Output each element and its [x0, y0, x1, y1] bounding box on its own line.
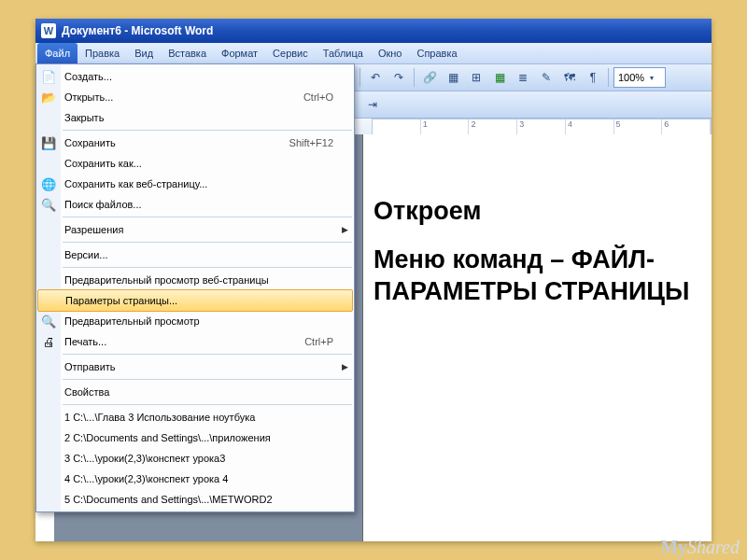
menu-separator	[63, 404, 352, 405]
separator	[414, 68, 415, 87]
mi-save[interactable]: 💾СохранитьShift+F12	[36, 133, 354, 153]
mi-recent-2[interactable]: 2 C:\Documents and Settings\...\приложен…	[36, 427, 354, 448]
menu-help[interactable]: Справка	[409, 43, 464, 63]
mi-label: 5 C:\Documents and Settings\...\METWORD2	[64, 494, 273, 505]
mi-label: Предварительный просмотр веб-страницы	[64, 274, 269, 286]
excel-icon[interactable]: ▦	[489, 67, 510, 88]
instruction-callout: Откроем Меню команд – ФАЙЛ- ПАРАМЕТРЫ СТ…	[374, 196, 719, 324]
menu-insert[interactable]: Вставка	[161, 43, 214, 63]
title-bar: W Документ6 - Microsoft Word	[35, 19, 712, 43]
menu-view[interactable]: Вид	[127, 43, 161, 63]
doc-map-icon[interactable]: 🗺	[559, 67, 580, 88]
mi-save-as-web[interactable]: 🌐Сохранить как веб-страницу...	[36, 174, 354, 194]
menu-window[interactable]: Окно	[371, 43, 410, 63]
insert-table-icon[interactable]: ⊞	[466, 67, 486, 88]
mi-label: 1 C:\...\Глава 3 Использование ноутбука	[64, 412, 255, 423]
mi-send[interactable]: Отправить▶	[36, 357, 354, 377]
mi-label: Параметры страницы...	[65, 295, 177, 306]
mi-file-search[interactable]: 🔍Поиск файлов...	[36, 194, 354, 215]
shortcut: Shift+F12	[289, 137, 333, 148]
mi-label: Печать...	[64, 336, 106, 347]
mi-properties[interactable]: Свойства	[36, 382, 354, 402]
tables-borders-icon[interactable]: ▦	[443, 67, 463, 88]
callout-line-2: Меню команд – ФАЙЛ- ПАРАМЕТРЫ СТРАНИЦЫ	[374, 245, 719, 308]
mi-new[interactable]: 📄Создать...	[36, 66, 354, 87]
mi-save-as[interactable]: Сохранить как...	[36, 153, 354, 174]
menu-format[interactable]: Формат	[214, 43, 265, 63]
columns-icon[interactable]: ≣	[513, 67, 533, 88]
mi-label: Свойства	[64, 386, 109, 398]
word-app-icon: W	[41, 23, 56, 38]
menu-separator	[63, 217, 352, 217]
mi-label: 4 C:\...\уроки(2,3)\конспект урока 4	[64, 473, 228, 484]
menu-edit[interactable]: Правка	[78, 43, 127, 63]
print-preview-icon: 🔍	[40, 313, 57, 329]
menu-bar: Файл Правка Вид Вставка Формат Сервис Та…	[35, 43, 712, 64]
mi-recent-5[interactable]: 5 C:\Documents and Settings\...\METWORD2	[36, 489, 354, 510]
watermark: MyShared	[660, 537, 740, 558]
mi-recent-1[interactable]: 1 C:\...\Глава 3 Использование ноутбука	[36, 407, 354, 427]
menu-table[interactable]: Таблица	[316, 43, 371, 63]
mi-label: Сохранить как веб-страницу...	[64, 178, 207, 189]
mi-label: Поиск файлов...	[64, 199, 142, 210]
mi-label: Сохранить	[64, 137, 116, 148]
mi-label: Предварительный просмотр	[64, 315, 200, 327]
hyperlink-icon[interactable]: 🔗	[419, 67, 440, 88]
mi-label: 2 C:\Documents and Settings\...\приложен…	[64, 432, 271, 443]
search-icon: 🔍	[40, 196, 57, 213]
new-icon: 📄	[40, 68, 57, 85]
mi-open[interactable]: 📂Открыть...Ctrl+O	[36, 87, 354, 107]
redo-icon[interactable]: ↷	[388, 67, 409, 88]
mi-print-preview[interactable]: 🔍Предварительный просмотр	[36, 311, 354, 331]
print-icon: 🖨	[40, 333, 57, 350]
mi-page-setup[interactable]: Параметры страницы...	[37, 289, 353, 312]
mi-permissions[interactable]: Разрешения▶	[36, 219, 354, 240]
mi-print[interactable]: 🖨Печать...Ctrl+P	[36, 331, 354, 352]
menu-separator	[63, 354, 352, 355]
separator	[359, 68, 360, 87]
callout-line-1: Откроем	[374, 196, 719, 228]
mi-web-preview[interactable]: Предварительный просмотр веб-страницы	[36, 270, 354, 290]
menu-tools[interactable]: Сервис	[265, 43, 316, 63]
chevron-down-icon: ▾	[650, 74, 654, 82]
mi-label: Версии...	[64, 249, 108, 260]
submenu-arrow-icon: ▶	[342, 362, 348, 371]
separator	[608, 68, 609, 87]
drawing-icon[interactable]: ✎	[536, 67, 557, 88]
zoom-value: 100%	[618, 72, 644, 83]
shortcut: Ctrl+O	[303, 91, 333, 103]
menu-separator	[63, 130, 352, 131]
mi-versions[interactable]: Версии...	[36, 245, 354, 265]
menu-separator	[63, 242, 352, 243]
increase-indent-icon[interactable]: ⇥	[362, 94, 383, 115]
window-title: Документ6 - Microsoft Word	[62, 24, 213, 37]
submenu-arrow-icon: ▶	[342, 225, 348, 234]
zoom-combo[interactable]: 100%▾	[613, 67, 666, 88]
menu-separator	[63, 267, 352, 268]
shortcut: Ctrl+P	[304, 336, 333, 347]
mi-label: Открыть...	[64, 91, 113, 103]
mi-label: Сохранить как...	[64, 158, 142, 169]
show-marks-icon[interactable]: ¶	[583, 67, 603, 88]
save-icon: 💾	[40, 134, 57, 151]
web-icon: 🌐	[40, 175, 57, 192]
file-dropdown-menu: 📄Создать... 📂Открыть...Ctrl+O Закрыть 💾С…	[35, 63, 355, 512]
menu-separator	[63, 379, 352, 380]
mi-label: Создать...	[64, 71, 112, 82]
mi-recent-3[interactable]: 3 C:\...\уроки(2,3)\конспект урока3	[36, 448, 354, 469]
menu-file[interactable]: Файл	[37, 43, 78, 63]
mi-label: 3 C:\...\уроки(2,3)\конспект урока3	[64, 453, 225, 464]
undo-icon[interactable]: ↶	[365, 67, 386, 88]
mi-close[interactable]: Закрыть	[36, 107, 354, 128]
mi-label: Разрешения	[64, 224, 123, 235]
mi-recent-4[interactable]: 4 C:\...\уроки(2,3)\конспект урока 4	[36, 469, 354, 489]
mi-label: Отправить	[64, 361, 116, 372]
mi-label: Закрыть	[64, 112, 104, 123]
open-icon: 📂	[40, 89, 57, 105]
